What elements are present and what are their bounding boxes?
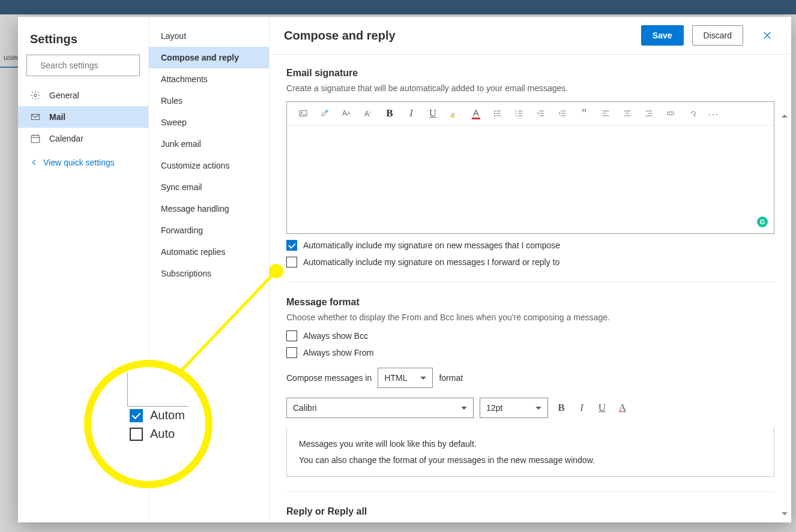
subnav-label: Layout [161, 31, 186, 41]
format-painter-icon[interactable] [319, 108, 330, 119]
italic-icon[interactable]: I [406, 108, 417, 119]
settings-title: Settings [18, 28, 148, 55]
bullets-icon[interactable] [492, 108, 503, 119]
content-scroll[interactable]: Email signature Create a signature that … [270, 55, 791, 522]
grammarly-icon[interactable]: G [757, 217, 768, 227]
default-format-toolbar: Calibri 12pt B I U A [286, 398, 774, 418]
subnav-customize-actions[interactable]: Customize actions [149, 155, 269, 176]
checkbox-label: Automatically include my signature on ne… [303, 241, 560, 250]
italic-icon[interactable]: I [574, 401, 589, 415]
subnav-label: Compose and reply [161, 53, 239, 62]
search-settings-field[interactable] [26, 55, 140, 76]
subnav-label: Sync email [161, 182, 202, 192]
discard-button[interactable]: Discard [692, 25, 743, 46]
section-message-format-heading: Message format [286, 297, 774, 308]
section-divider [286, 282, 774, 282]
font-color-icon[interactable]: A [471, 108, 481, 119]
category-mail[interactable]: Mail [18, 106, 148, 128]
compose-format-select[interactable]: HTML [378, 368, 433, 388]
align-right-icon[interactable] [644, 108, 654, 119]
subnav-forwarding[interactable]: Forwarding [149, 220, 269, 241]
save-button[interactable]: Save [641, 25, 684, 46]
indent-icon[interactable] [557, 108, 568, 119]
calendar-icon [30, 133, 41, 144]
subnav-label: Automatic replies [161, 247, 225, 257]
checkbox-label: Always show Bcc [303, 331, 368, 341]
subnav-subscriptions[interactable]: Subscriptions [149, 263, 269, 284]
search-settings-input[interactable] [39, 60, 146, 71]
settings-left-pane: Settings General Mail Calendar View quic… [18, 17, 149, 522]
subnav-layout[interactable]: Layout [149, 25, 269, 47]
content-header: Compose and reply Save Discard [270, 17, 791, 55]
font-color-icon[interactable]: A [615, 401, 630, 415]
checkbox-icon[interactable] [286, 240, 297, 251]
svg-point-14 [495, 113, 495, 113]
discard-label: Discard [704, 31, 732, 40]
svg-point-13 [495, 110, 495, 111]
content-title: Compose and reply [284, 29, 633, 43]
outdent-icon[interactable] [535, 108, 546, 119]
underline-icon[interactable]: U [427, 108, 438, 119]
link-icon[interactable] [665, 108, 676, 119]
checkbox-icon[interactable] [286, 330, 297, 341]
scroll-down-icon[interactable] [782, 512, 788, 515]
format-preview-box: Messages you write will look like this b… [286, 428, 774, 477]
subnav-junk-email[interactable]: Junk email [149, 133, 269, 155]
view-quick-settings-link[interactable]: View quick settings [18, 149, 148, 176]
chevron-down-icon [420, 377, 426, 380]
subnav-label: Rules [161, 96, 182, 106]
subnav-sync-email[interactable]: Sync email [149, 176, 269, 198]
category-label: Calendar [49, 134, 83, 143]
category-calendar[interactable]: Calendar [18, 128, 148, 149]
font-size-select[interactable]: 12pt [480, 398, 548, 418]
checkbox-include-fwd[interactable]: Automatically include my signature on me… [286, 257, 774, 267]
subnav-sweep[interactable]: Sweep [149, 112, 269, 133]
font-size-icon[interactable]: A˅ [363, 108, 373, 119]
close-icon [763, 31, 771, 40]
align-center-icon[interactable] [622, 108, 633, 119]
underline-icon[interactable]: U [595, 401, 609, 415]
font-family-select[interactable]: Calibri [286, 398, 474, 418]
subnav-label: Junk email [161, 139, 201, 149]
subnav-rules[interactable]: Rules [149, 90, 269, 112]
bold-icon[interactable]: B [554, 401, 568, 415]
unlink-icon[interactable] [687, 108, 698, 119]
insert-image-icon[interactable] [298, 108, 309, 119]
scroll-up-icon[interactable] [782, 115, 788, 118]
more-icon[interactable]: ··· [708, 108, 719, 119]
subnav-label: Customize actions [161, 161, 229, 170]
category-general[interactable]: General [18, 85, 148, 106]
align-left-icon[interactable] [600, 108, 611, 119]
section-divider [286, 491, 774, 492]
subnav-automatic-replies[interactable]: Automatic replies [149, 241, 269, 263]
bold-icon[interactable]: B [384, 108, 395, 119]
close-button[interactable] [758, 26, 777, 45]
subnav-compose-and-reply[interactable]: Compose and reply [149, 47, 269, 68]
settings-dialog: Settings General Mail Calendar View quic… [18, 17, 791, 522]
svg-rect-4 [31, 136, 40, 143]
preview-line: You can also change the format of your m… [299, 452, 762, 468]
category-label: General [49, 91, 79, 100]
font-family-icon[interactable]: AA [341, 108, 352, 119]
checkbox-include-new[interactable]: Automatically include my signature on ne… [286, 240, 774, 251]
subnav-message-handling[interactable]: Message handling [149, 198, 269, 220]
checkbox-icon[interactable] [286, 257, 297, 267]
section-reply-heading: Reply or Reply all [286, 506, 774, 517]
checkbox-show-from[interactable]: Always show From [286, 347, 774, 358]
numbering-icon[interactable]: 123 [514, 108, 525, 119]
subnav-label: Attachments [161, 74, 208, 84]
compose-format-row: Compose messages in HTML format [286, 368, 774, 388]
quick-settings-label: View quick settings [43, 158, 115, 167]
subnav-label: Forwarding [161, 226, 203, 235]
subnav-attachments[interactable]: Attachments [149, 68, 269, 90]
highlight-icon[interactable] [449, 108, 460, 119]
settings-subnav: Layout Compose and reply Attachments Rul… [149, 17, 270, 522]
checkbox-icon[interactable] [286, 347, 297, 358]
svg-point-11 [301, 112, 302, 113]
svg-point-2 [34, 94, 37, 97]
subnav-label: Message handling [161, 204, 229, 214]
signature-textarea[interactable]: G [287, 125, 774, 233]
select-value: Calibri [293, 403, 317, 413]
checkbox-show-bcc[interactable]: Always show Bcc [286, 330, 774, 341]
quote-icon[interactable]: ” [579, 108, 589, 119]
